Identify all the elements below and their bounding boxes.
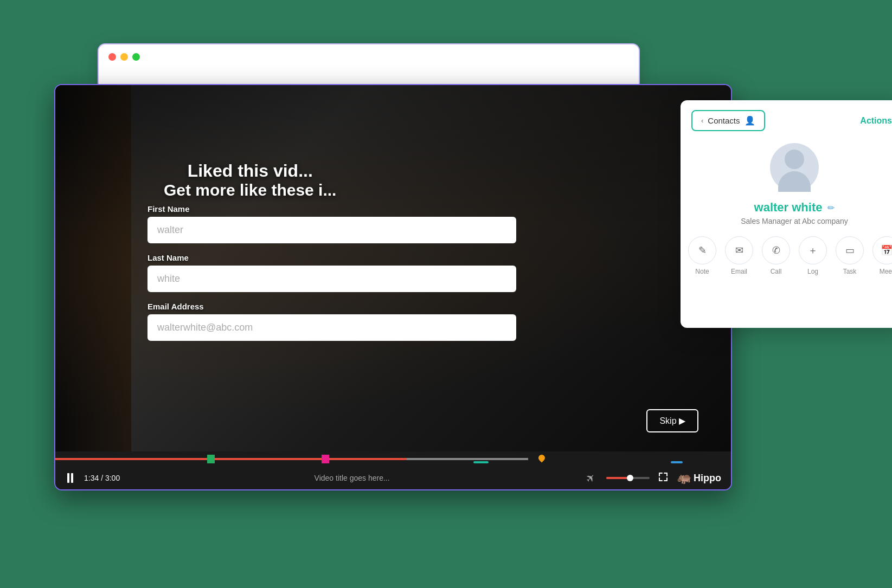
action-call: ✆ Call xyxy=(762,236,790,275)
time-total: 3:00 xyxy=(105,474,120,482)
progress-played xyxy=(55,458,407,460)
contacts-button[interactable]: ‹ Contacts 👤 xyxy=(691,110,765,131)
fullscreen-button[interactable] xyxy=(658,472,668,484)
pause-icon xyxy=(67,473,73,483)
pause-button[interactable] xyxy=(65,471,75,485)
cta-line2: Get more like these i... xyxy=(164,181,336,199)
traffic-lights xyxy=(99,44,639,69)
last-name-label: Last Name xyxy=(147,253,516,262)
cta-overlay: Liked this vid... Get more like these i.… xyxy=(164,161,336,199)
hippo-icon: 🦛 xyxy=(677,471,691,485)
controls-row: 1:34 / 3:00 Video title goes here... ✈ xyxy=(55,467,731,489)
crm-header: ‹ Contacts 👤 Actions ▾ xyxy=(681,100,892,139)
action-task: ▭ Task xyxy=(836,236,864,275)
cta-line1: Liked this vid... xyxy=(164,161,336,181)
meet-label: Meet xyxy=(880,268,892,275)
contact-name-row: walter white ✏ xyxy=(681,201,892,215)
time-separator: / xyxy=(101,474,105,482)
action-meet: 📅 Meet xyxy=(872,236,892,275)
last-name-group: Last Name xyxy=(147,253,516,292)
actions-button[interactable]: Actions ▾ xyxy=(860,116,892,126)
volume-thumb[interactable] xyxy=(627,475,633,481)
task-button[interactable]: ▭ xyxy=(836,236,864,264)
meet-button[interactable]: 📅 xyxy=(872,236,892,264)
action-icons-row: ✎ Note ✉ Email ✆ Call ＋ Log ▭ Task 📅 Mee… xyxy=(681,236,892,275)
log-label: Log xyxy=(807,268,818,275)
progress-area[interactable] xyxy=(55,451,731,467)
email-group: Email Address xyxy=(147,302,516,341)
first-name-input[interactable] xyxy=(147,217,516,243)
avatar-head xyxy=(785,150,804,169)
user-icon: 👤 xyxy=(745,115,755,126)
marker-teal xyxy=(477,455,485,463)
contacts-label: Contacts xyxy=(708,116,740,125)
call-label: Call xyxy=(771,268,782,275)
email-input[interactable] xyxy=(147,314,516,341)
email-label: Email xyxy=(731,268,747,275)
marker-yellow xyxy=(538,455,546,463)
time-display: 1:34 / 3:00 xyxy=(84,474,120,482)
action-log: ＋ Log xyxy=(799,236,827,275)
hippo-logo: 🦛 Hippo xyxy=(677,471,721,485)
traffic-light-red[interactable] xyxy=(108,53,116,61)
form-overlay: First Name Last Name Email Address xyxy=(147,204,516,351)
share-button[interactable]: ✈ xyxy=(584,469,598,487)
log-button[interactable]: ＋ xyxy=(799,236,827,264)
call-button[interactable]: ✆ xyxy=(762,236,790,264)
hippo-text: Hippo xyxy=(694,473,721,484)
room-left-shadow xyxy=(55,85,131,451)
first-name-label: First Name xyxy=(147,204,516,214)
marker-green xyxy=(207,455,215,463)
avatar-area xyxy=(681,143,892,192)
edit-icon[interactable]: ✏ xyxy=(827,203,835,213)
actions-label: Actions xyxy=(860,116,892,126)
last-name-input[interactable] xyxy=(147,266,516,292)
email-label: Email Address xyxy=(147,302,516,311)
airplane-icon: ✈ xyxy=(583,470,599,486)
marker-blue xyxy=(673,455,681,463)
volume-control xyxy=(606,477,650,479)
marker-pink xyxy=(322,455,329,463)
contact-name: walter white xyxy=(754,201,823,215)
note-label: Note xyxy=(695,268,709,275)
time-current: 1:34 xyxy=(84,474,99,482)
contact-title: Sales Manager at Abc company xyxy=(681,217,892,225)
fullscreen-icon xyxy=(658,472,668,482)
email-button[interactable]: ✉ xyxy=(725,236,753,264)
crm-panel: ‹ Contacts 👤 Actions ▾ walter white ✏ Sa… xyxy=(681,100,892,328)
note-button[interactable]: ✎ xyxy=(688,236,716,264)
video-title: Video title goes here... xyxy=(129,474,575,482)
traffic-light-green[interactable] xyxy=(132,53,140,61)
volume-track[interactable] xyxy=(606,477,650,479)
video-player: Liked this vid... Get more like these i.… xyxy=(54,84,732,490)
first-name-group: First Name xyxy=(147,204,516,243)
skip-button[interactable]: Skip ▶ xyxy=(646,409,698,432)
action-email: ✉ Email xyxy=(725,236,753,275)
avatar-body xyxy=(778,171,811,192)
task-label: Task xyxy=(843,268,857,275)
traffic-light-yellow[interactable] xyxy=(120,53,128,61)
controls-bar: 1:34 / 3:00 Video title goes here... ✈ xyxy=(55,451,731,489)
chevron-left-icon: ‹ xyxy=(701,117,703,125)
avatar xyxy=(770,143,819,192)
action-note: ✎ Note xyxy=(688,236,716,275)
